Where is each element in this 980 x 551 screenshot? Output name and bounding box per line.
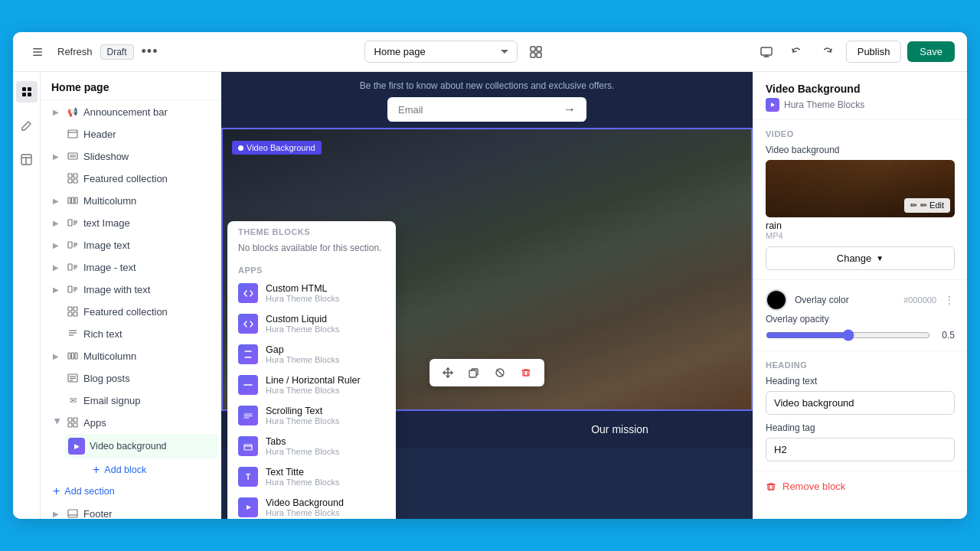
popup-item-video-background[interactable]: Video Background Hura Theme Blocks bbox=[227, 492, 396, 519]
svg-rect-59 bbox=[74, 418, 77, 422]
popup-menu: THEME BLOCKS No blocks available for thi… bbox=[227, 221, 396, 519]
mission-tab[interactable]: Our mission bbox=[487, 412, 753, 446]
undo-button[interactable] bbox=[785, 40, 809, 64]
sidebar-item-blog-posts[interactable]: ▶ Blog posts bbox=[44, 367, 218, 389]
line-ruler-icon bbox=[238, 375, 258, 395]
rp-opacity-label: Overlay opacity bbox=[766, 314, 955, 324]
add-section-button[interactable]: + Add section bbox=[44, 481, 218, 501]
svg-rect-21 bbox=[68, 174, 72, 178]
popup-item-custom-liquid[interactable]: Custom Liquid Hura Theme Blocks bbox=[227, 308, 396, 339]
sidebar-item-image-text-4[interactable]: ▶ Image with text bbox=[44, 279, 218, 300]
opacity-slider[interactable] bbox=[766, 329, 930, 341]
toolbar-hide-button[interactable] bbox=[489, 362, 511, 383]
rich-text-label: Rich text bbox=[83, 328, 209, 340]
image-text-label-2: Image text bbox=[83, 240, 209, 251]
text-title-icon: T bbox=[238, 467, 258, 487]
page-selector[interactable]: Home page About Contact bbox=[364, 41, 518, 63]
sidebar-item-featured-collection-2[interactable]: ▶ Featured collection bbox=[44, 301, 218, 322]
svg-rect-51 bbox=[68, 353, 70, 359]
footer-icon bbox=[67, 507, 79, 519]
popup-item-text-title[interactable]: T Text Titte Hura Theme Blocks bbox=[227, 461, 396, 492]
svg-rect-40 bbox=[68, 286, 72, 292]
heading-tag-select[interactable]: H1 H2 H3 H4 H5 H6 bbox=[766, 438, 955, 461]
video-bg-badge: Video Background bbox=[232, 141, 322, 155]
overlay-color-swatch[interactable] bbox=[766, 289, 787, 311]
svg-rect-3 bbox=[531, 47, 535, 51]
apps-sub-section: ▶ Video background + Add block bbox=[41, 434, 221, 480]
sidebar-item-image-text-2[interactable]: ▶ Image text bbox=[44, 234, 218, 256]
custom-html-icon bbox=[238, 283, 258, 303]
change-video-button[interactable]: Change ▼ bbox=[766, 246, 955, 270]
arrow-icon: ▶ bbox=[53, 108, 62, 116]
chevron-down-icon: ▼ bbox=[876, 254, 884, 262]
tabs-popup-text: Tabs Hura Theme Blocks bbox=[266, 436, 385, 456]
toolbar-delete-button[interactable] bbox=[515, 362, 537, 383]
sidebar-item-rich-text[interactable]: ▶ Rich text bbox=[44, 323, 218, 344]
announcement-icon: 📢 bbox=[67, 106, 79, 118]
refresh-button[interactable]: Refresh bbox=[57, 46, 93, 57]
sidebar-item-apps[interactable]: ▶ Apps bbox=[44, 412, 218, 433]
add-block-button[interactable]: + Add block bbox=[87, 460, 218, 480]
svg-rect-12 bbox=[22, 93, 26, 96]
overlay-color-options-icon[interactable]: ⋮ bbox=[944, 294, 955, 306]
svg-rect-2 bbox=[33, 54, 42, 56]
add-section-plus-icon: + bbox=[53, 485, 60, 497]
footer-arrow-icon: ▶ bbox=[53, 510, 62, 518]
rail-layout-icon[interactable] bbox=[16, 148, 38, 170]
sidebar-item-footer[interactable]: ▶ Footer bbox=[44, 503, 218, 519]
svg-rect-4 bbox=[537, 47, 541, 51]
sidebar-panel: Home page ▶ 📢 Announcement bar ▶ bbox=[41, 72, 221, 519]
popup-item-scrolling-text[interactable]: Scrolling Text Hura Theme Blocks bbox=[227, 400, 396, 431]
sidebar-item-header[interactable]: ▶ Header bbox=[44, 123, 218, 145]
more-options-button[interactable]: ••• bbox=[142, 44, 158, 60]
svg-rect-67 bbox=[523, 370, 529, 376]
add-section-label: Add section bbox=[64, 486, 114, 497]
save-button[interactable]: Save bbox=[907, 41, 955, 62]
heading-text-input[interactable] bbox=[766, 391, 955, 415]
svg-rect-64 bbox=[469, 370, 476, 377]
desktop-view-button[interactable] bbox=[754, 40, 779, 64]
popup-item-custom-html[interactable]: Custom HTML Hura Theme Blocks bbox=[227, 278, 396, 308]
video-background-popup-text: Video Background Hura Theme Blocks bbox=[266, 497, 385, 517]
overlay-color-label: Overlay color bbox=[795, 295, 896, 305]
svg-rect-44 bbox=[68, 307, 72, 311]
slideshow-icon bbox=[67, 150, 79, 162]
toolbar-duplicate-button[interactable] bbox=[463, 362, 485, 383]
rp-title: Video Background bbox=[766, 83, 955, 95]
toolbar-move-button[interactable] bbox=[437, 362, 459, 383]
email-input[interactable] bbox=[398, 104, 557, 116]
sidebar-item-multicolumn-2[interactable]: ▶ Multicolumn bbox=[44, 345, 218, 367]
rail-pages-icon[interactable] bbox=[16, 81, 38, 103]
video-edit-button[interactable]: ✏ ✏ Edit bbox=[904, 198, 950, 213]
sidebar-toggle-button[interactable] bbox=[25, 40, 50, 64]
sidebar-sub-item-video-background[interactable]: ▶ Video background bbox=[65, 434, 218, 458]
arrow-icon-2: ▶ bbox=[53, 352, 62, 360]
rail-brush-icon[interactable] bbox=[16, 115, 38, 136]
rp-subtitle-icon bbox=[766, 98, 779, 112]
remove-block-button[interactable]: Remove block bbox=[753, 471, 967, 501]
custom-liquid-text: Custom Liquid Hura Theme Blocks bbox=[266, 314, 385, 334]
sidebar-item-email-signup[interactable]: ▶ ✉ Email signup bbox=[44, 390, 218, 411]
svg-rect-0 bbox=[33, 48, 42, 50]
redo-button[interactable] bbox=[815, 40, 840, 64]
popup-item-tabs[interactable]: Tabs Hura Theme Blocks bbox=[227, 431, 396, 461]
svg-marker-75 bbox=[247, 505, 251, 510]
rp-header: Video Background Hura Theme Blocks bbox=[753, 72, 967, 120]
sidebar-item-multicolumn-1[interactable]: ▶ Multicolumn bbox=[44, 190, 218, 211]
heading-text-field-label: Heading text bbox=[766, 376, 955, 386]
sidebar-item-slideshow[interactable]: ▶ Slideshow bbox=[44, 145, 218, 167]
svg-rect-45 bbox=[74, 307, 77, 311]
sidebar-item-featured-collection-1[interactable]: ▶ Featured collection bbox=[44, 168, 218, 189]
sidebar-item-announcement-bar[interactable]: ▶ 📢 Announcement bar bbox=[44, 101, 218, 122]
theme-blocks-empty: No blocks available for this section. bbox=[227, 240, 396, 259]
video-bg-sub-label: Video background bbox=[90, 441, 167, 452]
sidebar-item-image-text-3[interactable]: ▶ Image - text bbox=[44, 256, 218, 278]
sidebar-item-image-text-1[interactable]: ▶ text Image bbox=[44, 212, 218, 233]
svg-rect-61 bbox=[74, 423, 77, 427]
popup-item-gap[interactable]: Gap Hura Theme Blocks bbox=[227, 339, 396, 370]
apps-icon bbox=[67, 416, 79, 429]
multicolumn-icon bbox=[67, 194, 79, 207]
publish-button[interactable]: Publish bbox=[846, 41, 902, 63]
popup-item-line-ruler[interactable]: Line / Horizontal Ruler Hura Theme Block… bbox=[227, 370, 396, 400]
grid-select-button[interactable] bbox=[524, 40, 548, 64]
